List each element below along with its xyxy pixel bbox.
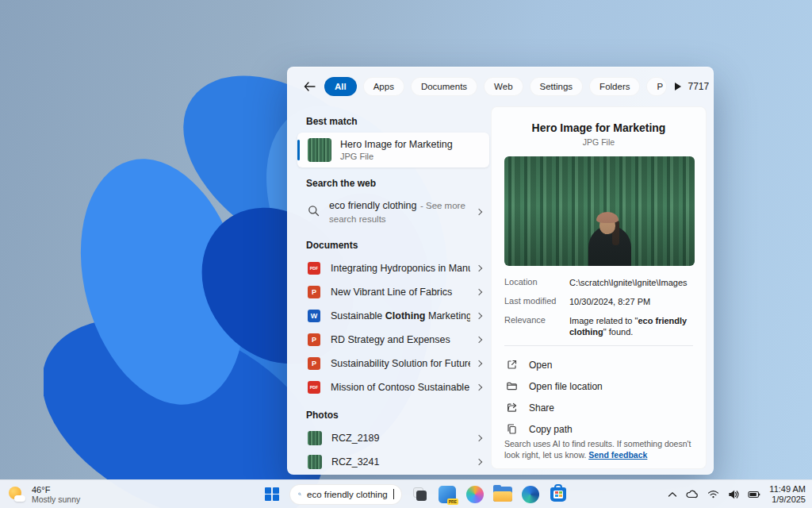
powerpoint-file-icon: P <box>308 286 320 298</box>
web-search-item[interactable]: eco friendly clothing - See more search … <box>296 194 491 229</box>
document-item[interactable]: P New Vibrant Line of Fabrics <box>296 280 491 304</box>
taskbar: 46°F Mostly sunny eco friendly clothing … <box>0 479 812 508</box>
task-view-button[interactable] <box>409 484 430 505</box>
tray-chevron-up-icon[interactable] <box>668 491 677 498</box>
photo-thumbnail <box>308 431 322 445</box>
photo-item[interactable]: RCZ_2189 <box>296 426 491 450</box>
copilot-button[interactable] <box>465 484 485 505</box>
rewards-count: 7717 <box>688 81 709 92</box>
photo-title: RCZ_2189 <box>331 433 470 444</box>
edge-icon <box>522 486 539 503</box>
divider <box>504 345 693 346</box>
tab-photos-clipped[interactable]: P <box>646 77 667 96</box>
action-open-file-location[interactable]: Open file location <box>504 375 693 397</box>
document-item[interactable]: P RD Strategy and Expenses <box>296 328 491 352</box>
tab-documents[interactable]: Documents <box>411 77 477 96</box>
edge-button[interactable] <box>520 484 541 505</box>
open-external-icon <box>506 359 518 371</box>
chevron-right-icon[interactable] <box>476 360 482 367</box>
clock-time: 11:49 AM <box>769 484 806 495</box>
chevron-right-icon[interactable] <box>476 459 482 465</box>
weather-widget[interactable]: 46°F Mostly sunny <box>8 485 80 504</box>
photo-item[interactable]: DR_2024_11 <box>296 474 491 475</box>
battery-icon[interactable] <box>748 491 760 498</box>
document-title: New Vibrant Line of Fabrics <box>331 287 470 298</box>
search-icon <box>298 489 301 499</box>
ai-disclaimer: Search uses AI to find results. If somet… <box>504 438 695 460</box>
taskbar-center: eco friendly clothing PRE <box>262 484 569 505</box>
weather-condition: Mostly sunny <box>32 495 80 504</box>
search-panel: All Apps Documents Web Settings Folders … <box>287 67 714 475</box>
send-feedback-link[interactable]: Send feedback <box>588 450 647 460</box>
search-icon <box>308 205 320 220</box>
taskbar-search-input[interactable]: eco friendly clothing <box>289 484 402 505</box>
photo-item[interactable]: RCZ_3241 <box>296 450 491 474</box>
document-item[interactable]: PDF Integrating Hydroponics in Manu... <box>296 256 491 280</box>
action-copy-path[interactable]: Copy path <box>504 418 693 440</box>
weather-icon <box>8 486 25 503</box>
weather-temp: 46°F <box>32 485 80 495</box>
tab-apps[interactable]: Apps <box>363 77 404 96</box>
document-title: Sustainability Solution for Future ... <box>331 358 470 369</box>
file-explorer-icon <box>493 487 512 502</box>
action-share[interactable]: Share <box>504 397 693 418</box>
chevron-right-icon[interactable] <box>476 265 482 271</box>
best-match-thumbnail <box>308 138 331 162</box>
results-list: Best match Hero Image for Marketing JPG … <box>296 106 491 475</box>
best-match-title: Hero Image for Marketing <box>340 139 453 150</box>
copilot-preview-button[interactable]: PRE <box>437 484 458 505</box>
section-header-documents: Documents <box>306 240 491 251</box>
pdf-file-icon: PDF <box>308 381 320 394</box>
section-header-web: Search the web <box>306 178 491 189</box>
start-button[interactable] <box>262 484 282 505</box>
search-input-value: eco friendly clothing <box>307 490 388 499</box>
back-button[interactable] <box>301 78 318 95</box>
system-tray: 11:49 AM 1/9/2025 <box>668 484 806 505</box>
clock-date: 1/9/2025 <box>769 495 806 505</box>
preview-image[interactable] <box>504 156 695 266</box>
selection-indicator <box>297 140 300 160</box>
preview-metadata: Location C:\scratch\Ignite\Ignite\Images… <box>504 277 693 337</box>
rewards-points[interactable]: 7717 <box>688 80 714 94</box>
folder-icon <box>506 380 518 392</box>
preview-pane: Hero Image for Marketing JPG File Locati… <box>491 106 707 469</box>
share-icon <box>506 402 518 414</box>
best-match-item[interactable]: Hero Image for Marketing JPG File <box>297 133 489 167</box>
store-button[interactable] <box>548 484 569 505</box>
tab-settings[interactable]: Settings <box>530 77 584 96</box>
wifi-icon[interactable] <box>707 490 719 498</box>
clock[interactable]: 11:49 AM 1/9/2025 <box>769 484 806 505</box>
document-title: Sustainable Clothing Marketing ... <box>331 310 470 321</box>
windows-logo-icon <box>265 487 279 502</box>
action-open[interactable]: Open <box>504 354 693 375</box>
chevron-right-icon[interactable] <box>476 313 482 319</box>
document-title: Integrating Hydroponics in Manu... <box>331 263 470 274</box>
file-explorer-button[interactable] <box>492 484 513 505</box>
chevron-right-icon[interactable] <box>476 289 482 295</box>
chevron-right-icon[interactable] <box>476 209 482 215</box>
document-item[interactable]: W Sustainable Clothing Marketing ... <box>296 304 491 328</box>
powerpoint-file-icon: P <box>308 333 320 346</box>
copilot-icon <box>466 486 484 503</box>
meta-location: Location C:\scratch\Ignite\Ignite\Images <box>504 277 693 288</box>
volume-icon[interactable] <box>728 490 739 499</box>
document-item[interactable]: PDF Mission of Contoso Sustainable F... <box>296 375 491 399</box>
tab-folders[interactable]: Folders <box>589 77 640 96</box>
powerpoint-file-icon: P <box>308 357 320 370</box>
tab-web[interactable]: Web <box>484 77 523 96</box>
document-item[interactable]: P Sustainability Solution for Future ... <box>296 352 491 375</box>
pdf-file-icon: PDF <box>308 262 320 275</box>
microsoft-store-icon <box>550 487 566 502</box>
chevron-right-icon[interactable] <box>476 435 482 441</box>
chevron-right-icon[interactable] <box>476 384 482 391</box>
rewards-trophy-icon <box>712 80 714 94</box>
tabs-scroll-right-icon[interactable] <box>675 83 681 90</box>
chevron-right-icon[interactable] <box>476 337 482 343</box>
preview-title: Hero Image for Marketing <box>504 121 693 134</box>
copy-icon <box>506 423 518 435</box>
copilot-pre-icon: PRE <box>439 486 456 503</box>
tab-all[interactable]: All <box>324 77 357 96</box>
web-search-text: eco friendly clothing - See more search … <box>329 198 470 225</box>
onedrive-cloud-icon[interactable] <box>686 490 699 498</box>
document-title: RD Strategy and Expenses <box>331 334 470 345</box>
